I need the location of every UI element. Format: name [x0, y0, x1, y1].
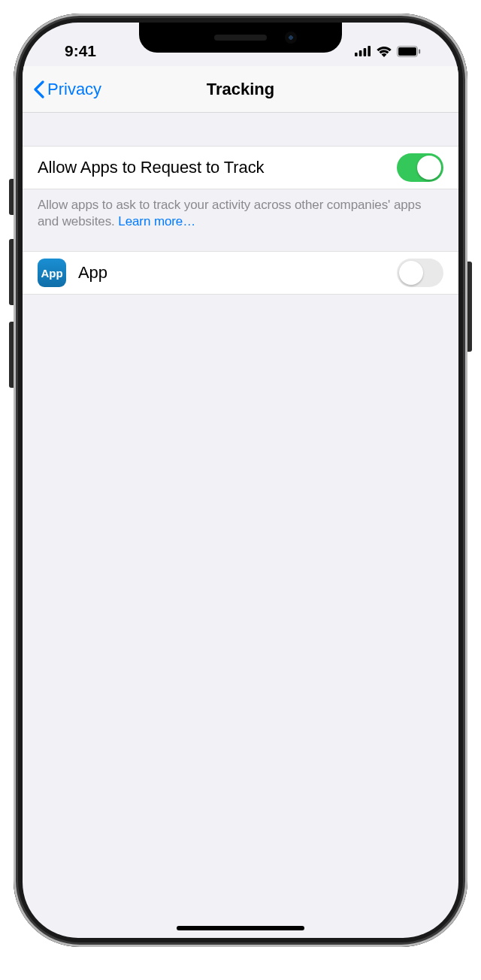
back-label: Privacy [47, 80, 101, 99]
svg-rect-1 [359, 50, 362, 56]
side-button [467, 262, 472, 352]
section-footer: Allow apps to ask to track your activity… [23, 189, 458, 251]
phone-frame: 9:41 [14, 14, 467, 947]
battery-icon [397, 46, 421, 57]
allow-apps-track-label: Allow Apps to Request to Track [38, 158, 385, 177]
home-indicator[interactable] [177, 926, 304, 930]
content: Allow Apps to Request to Track Allow app… [23, 113, 458, 295]
wifi-icon [376, 45, 392, 57]
notch [139, 23, 342, 53]
svg-rect-3 [368, 46, 371, 56]
screen: 9:41 [23, 23, 458, 938]
nav-bar: Privacy Tracking [23, 66, 458, 113]
svg-rect-6 [419, 49, 420, 53]
app-icon: App [38, 259, 66, 287]
toggle-knob [399, 261, 423, 285]
toggle-knob [417, 156, 441, 180]
status-time: 9:41 [47, 42, 96, 60]
speaker-grille [214, 35, 267, 41]
app-tracking-toggle[interactable] [397, 259, 443, 287]
app-name-label: App [78, 263, 385, 283]
allow-apps-track-toggle[interactable] [397, 153, 443, 182]
svg-rect-5 [398, 47, 416, 56]
app-row: App App [23, 251, 458, 295]
svg-rect-0 [355, 53, 358, 56]
svg-rect-2 [364, 48, 367, 56]
front-camera [285, 32, 297, 44]
cellular-icon [355, 46, 371, 56]
allow-apps-track-row: Allow Apps to Request to Track [23, 146, 458, 189]
learn-more-link[interactable]: Learn more… [118, 214, 195, 228]
back-button[interactable]: Privacy [33, 80, 101, 99]
status-icons [355, 45, 434, 57]
chevron-left-icon [33, 80, 44, 98]
footer-description: Allow apps to ask to track your activity… [38, 198, 421, 228]
